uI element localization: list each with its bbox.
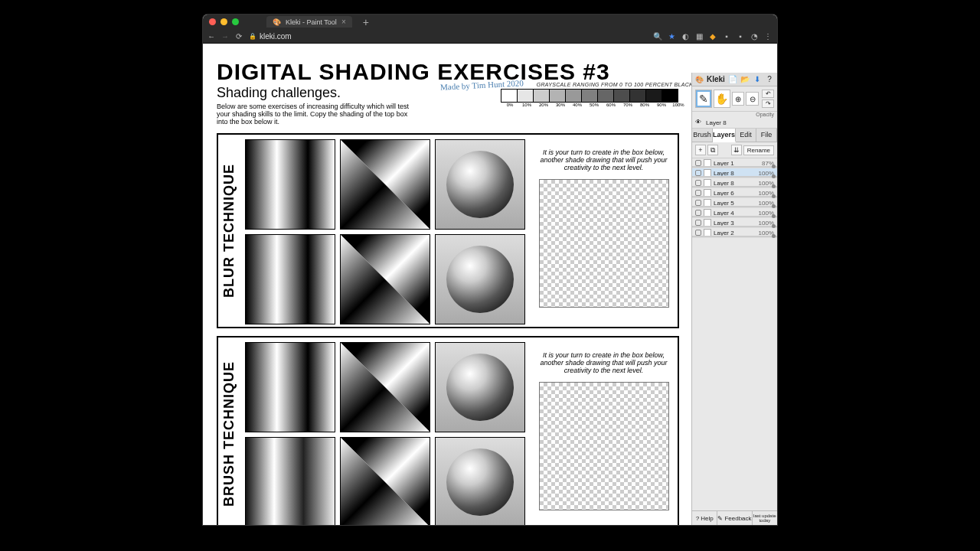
feedback-button[interactable]: ✎Feedback bbox=[717, 511, 752, 525]
student-diagonal[interactable] bbox=[340, 437, 430, 525]
forward-button[interactable]: → bbox=[221, 32, 229, 40]
brand-label: Kleki bbox=[707, 75, 725, 83]
layer-toolbar: + ⧉ ⇊ Rename bbox=[692, 142, 777, 158]
exercise-label: BLUR TECHNIQUE bbox=[218, 135, 240, 327]
layer-row[interactable]: Layer 2100% bbox=[692, 228, 777, 238]
page-title: DIGITAL SHADING EXERCISES #3 bbox=[217, 59, 679, 85]
bookmark-icon[interactable]: ★ bbox=[667, 31, 676, 41]
practice-area: It is your turn to create in the box bel… bbox=[530, 337, 678, 525]
practice-prompt: It is your turn to create in the box bel… bbox=[539, 351, 669, 374]
kleki-logo-icon: 🎨 bbox=[695, 76, 704, 83]
worksheet: DIGITAL SHADING EXERCISES #3 Shading cha… bbox=[203, 44, 693, 525]
tab-title: Kleki - Paint Tool bbox=[286, 18, 337, 26]
zoom-out-tool[interactable]: ⊖ bbox=[746, 92, 759, 106]
tool-row: ✎ ✋ ⊕ ⊖ ↶ ↷ bbox=[692, 86, 777, 112]
layer-row[interactable]: Layer 5100% bbox=[692, 198, 777, 208]
zoom-in-tool[interactable]: ⊕ bbox=[732, 92, 745, 106]
sample-gradient bbox=[245, 139, 335, 230]
exercise-brush: BRUSH TECHNIQUE It is your turn to creat… bbox=[217, 336, 679, 525]
tab-edit[interactable]: Edit bbox=[736, 129, 756, 142]
browser-window: 🎨 Kleki - Paint Tool × + ← → ⟳ 🔒 kleki.c… bbox=[203, 15, 777, 525]
current-layer-name: Layer 8 bbox=[706, 119, 727, 126]
tab-file[interactable]: File bbox=[756, 129, 777, 142]
layer-list: Layer 187% Layer 8100% Layer 8100% Layer… bbox=[692, 158, 777, 238]
url-text: kleki.com bbox=[260, 32, 292, 41]
tab-favicon: 🎨 bbox=[273, 18, 281, 26]
exercise-blur: BLUR TECHNIQUE It is your turn to create… bbox=[217, 133, 679, 328]
sample-sphere bbox=[435, 342, 525, 432]
panel-tabs: Brush Layers Edit File bbox=[692, 129, 777, 142]
address-bar: ← → ⟳ 🔒 kleki.com 🔍 ★ ◐ ▦ ◆ ▪ ▪ ◔ ⋮ bbox=[203, 29, 777, 44]
layer-row[interactable]: Layer 187% bbox=[692, 158, 777, 168]
intro-text: Below are some exercises of increasing d… bbox=[217, 103, 416, 126]
sample-grid bbox=[240, 337, 530, 525]
sample-diagonal bbox=[340, 139, 430, 230]
duplicate-layer-button[interactable]: ⧉ bbox=[707, 145, 718, 155]
titlebar: 🎨 Kleki - Paint Tool × + bbox=[203, 15, 777, 29]
menu-icon[interactable]: ⋮ bbox=[763, 31, 773, 41]
student-gradient[interactable] bbox=[245, 234, 335, 324]
new-tab-button[interactable]: + bbox=[363, 16, 369, 28]
download-icon[interactable]: ⬇ bbox=[753, 75, 762, 84]
hand-tool[interactable]: ✋ bbox=[714, 90, 730, 108]
update-info: last update today bbox=[753, 511, 777, 525]
window-maximize-icon[interactable] bbox=[232, 18, 239, 25]
redo-button[interactable]: ↷ bbox=[762, 99, 774, 108]
sample-gradient bbox=[245, 342, 335, 432]
reload-button[interactable]: ⟳ bbox=[235, 32, 243, 40]
layer-row[interactable]: Layer 3100% bbox=[692, 218, 777, 228]
layer-row[interactable]: Layer 4100% bbox=[692, 208, 777, 218]
brush-tool[interactable]: ✎ bbox=[695, 90, 712, 108]
profile-icon[interactable]: ◔ bbox=[750, 31, 759, 41]
grayscale-scale: GRAYSCALE RANGING FROM 0 TO 100 PERCENT … bbox=[501, 82, 693, 107]
practice-prompt: It is your turn to create in the box bel… bbox=[539, 148, 669, 171]
help-icon[interactable]: ? bbox=[765, 75, 774, 84]
practice-canvas[interactable] bbox=[539, 179, 669, 308]
new-file-icon[interactable]: 📄 bbox=[728, 75, 737, 84]
add-layer-button[interactable]: + bbox=[695, 145, 706, 155]
opacity-label: Opacity bbox=[692, 112, 777, 117]
window-close-icon[interactable] bbox=[209, 18, 216, 25]
search-icon[interactable]: 🔍 bbox=[653, 31, 662, 41]
practice-area: It is your turn to create in the box bel… bbox=[530, 135, 678, 327]
undo-button[interactable]: ↶ bbox=[762, 90, 774, 98]
lock-icon: 🔒 bbox=[249, 33, 256, 40]
panel-footer: ?Help ✎Feedback last update today bbox=[692, 510, 777, 525]
student-sphere[interactable] bbox=[435, 234, 525, 324]
practice-canvas[interactable] bbox=[539, 382, 669, 510]
student-sphere[interactable] bbox=[435, 437, 525, 525]
scale-caption: GRAYSCALE RANGING FROM 0 TO 100 PERCENT … bbox=[501, 82, 693, 87]
exercise-label: BRUSH TECHNIQUE bbox=[218, 337, 240, 525]
sample-sphere bbox=[435, 139, 525, 230]
extension-icon[interactable]: ◆ bbox=[708, 31, 717, 41]
back-button[interactable]: ← bbox=[207, 32, 215, 40]
feedback-icon: ✎ bbox=[717, 515, 723, 522]
merge-layer-button[interactable]: ⇊ bbox=[731, 145, 742, 155]
sample-diagonal bbox=[340, 342, 430, 432]
sample-grid bbox=[240, 135, 530, 327]
layer-row[interactable]: Layer 8100% bbox=[692, 168, 777, 178]
close-tab-icon[interactable]: × bbox=[341, 18, 346, 26]
extension-icon[interactable]: ▦ bbox=[694, 31, 704, 41]
kleki-panel: 🎨 Kleki 📄 📂 ⬇ ? ✎ ✋ ⊕ ⊖ ↶ ↷ Opacity 👁 bbox=[691, 73, 777, 525]
eye-icon[interactable]: 👁 bbox=[695, 119, 703, 126]
student-diagonal[interactable] bbox=[340, 234, 430, 324]
url-field[interactable]: 🔒 kleki.com bbox=[249, 32, 647, 41]
window-minimize-icon[interactable] bbox=[220, 18, 227, 25]
student-gradient[interactable] bbox=[245, 437, 335, 525]
help-icon: ? bbox=[696, 515, 699, 522]
help-button[interactable]: ?Help bbox=[692, 511, 717, 525]
current-layer-row[interactable]: 👁 Layer 8 bbox=[692, 117, 777, 129]
extension-icon[interactable]: ◐ bbox=[681, 31, 690, 41]
swatch-labels: 0% 10% 20% 30% 40% 50% 60% 70% 80% 90% 1… bbox=[501, 103, 693, 107]
tab-brush[interactable]: Brush bbox=[692, 129, 713, 142]
browser-tab[interactable]: 🎨 Kleki - Paint Tool × bbox=[266, 16, 352, 28]
extension-icon[interactable]: ▪ bbox=[736, 31, 745, 41]
save-icon[interactable]: 📂 bbox=[740, 75, 750, 84]
extension-icon[interactable]: ▪ bbox=[722, 31, 731, 41]
layer-row[interactable]: Layer 8100% bbox=[692, 178, 777, 188]
layer-row[interactable]: Layer 6100% bbox=[692, 188, 777, 198]
rename-layer-button[interactable]: Rename bbox=[743, 145, 774, 155]
tab-layers[interactable]: Layers bbox=[713, 129, 736, 142]
page-content: DIGITAL SHADING EXERCISES #3 Shading cha… bbox=[203, 44, 777, 525]
